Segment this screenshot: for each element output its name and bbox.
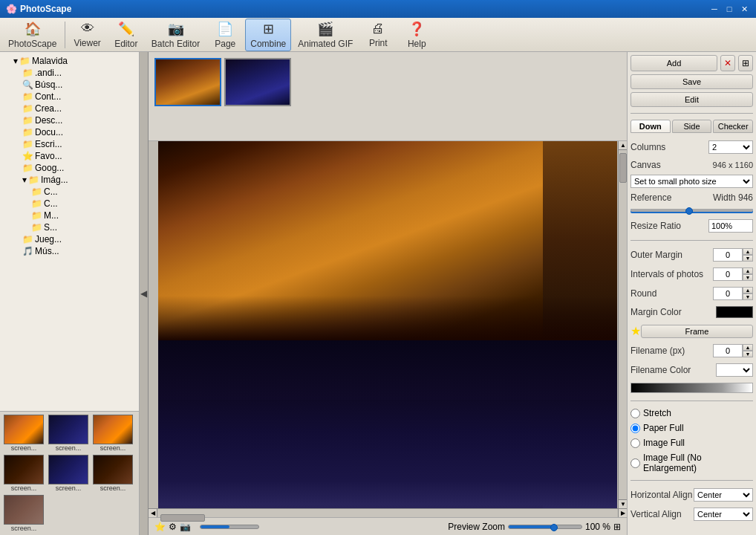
preview-scroll[interactable]: [149, 141, 627, 508]
scrollbar-hthumb[interactable]: [160, 514, 205, 522]
margin-color-picker[interactable]: [716, 306, 753, 318]
minimize-button[interactable]: ─: [708, 4, 720, 14]
add-button[interactable]: Add: [630, 55, 717, 71]
add-x-button[interactable]: ✕: [720, 55, 735, 71]
tree-item-busq[interactable]: 🔍 Búsq...: [0, 79, 139, 91]
outer-margin-down[interactable]: ▼: [743, 255, 753, 262]
thumb-item-5[interactable]: screen...: [92, 455, 134, 492]
frame-button[interactable]: Frame: [641, 325, 753, 338]
filename-px-up[interactable]: ▲: [743, 344, 753, 351]
intervals-up[interactable]: ▲: [743, 268, 753, 274]
status-icon-camera[interactable]: 📷: [180, 522, 191, 532]
tree-item-malavida[interactable]: ▾ 📁 Malavida: [0, 55, 139, 67]
preview-image: [158, 141, 617, 508]
intervals-input[interactable]: [713, 268, 743, 281]
tree-item-cont[interactable]: 📁 Cont...: [0, 91, 139, 103]
vertical-align-label: Vertical Align: [630, 509, 682, 519]
save-button[interactable]: Save: [630, 74, 753, 89]
tree-item-docu[interactable]: 📁 Docu...: [0, 126, 139, 138]
outer-margin-up[interactable]: ▲: [743, 248, 753, 255]
filename-color-bar[interactable]: [630, 383, 753, 393]
toolbar-combine[interactable]: ⊞ Combine: [245, 19, 291, 51]
add-grid-button[interactable]: ⊞: [738, 55, 753, 71]
filename-px-down[interactable]: ▼: [743, 351, 753, 357]
thumb-item-3[interactable]: screen...: [3, 455, 45, 492]
tree-item-crea[interactable]: 📁 Crea...: [0, 103, 139, 114]
round-down[interactable]: ▼: [743, 294, 753, 300]
close-button[interactable]: ✕: [738, 4, 750, 14]
tree-item-andi[interactable]: 📁 .andi...: [0, 67, 139, 79]
filename-px-input[interactable]: [713, 344, 743, 357]
toolbar-photoscape[interactable]: 🏠 PhotoScape: [3, 19, 62, 51]
home-icon: 🏠: [25, 21, 41, 37]
tree-item-goog[interactable]: 📁 Goog...: [0, 162, 139, 174]
toolbar-gif[interactable]: 🎬 Animated GIF: [293, 19, 358, 51]
toolbar-viewer[interactable]: 👁 Viewer: [68, 19, 105, 51]
tree-item-m[interactable]: 📁 M...: [0, 210, 139, 221]
intervals-down[interactable]: ▼: [743, 274, 753, 281]
strip-thumb-1[interactable]: [224, 58, 291, 106]
edit-button[interactable]: Edit: [630, 92, 753, 107]
tree-item-desc[interactable]: 📁 Desc...: [0, 114, 139, 126]
image-full-radio[interactable]: [630, 438, 640, 448]
tree-item-jueg[interactable]: 📁 Jueg...: [0, 233, 139, 245]
status-icon-star[interactable]: ⭐: [154, 522, 166, 532]
tree-label: Desc...: [35, 115, 62, 126]
toolbar-page[interactable]: 📄 Page: [206, 19, 244, 51]
zoom-slider[interactable]: [508, 525, 582, 529]
maximize-button[interactable]: □: [723, 4, 735, 14]
app-title: 🌸 PhotoScape: [6, 4, 71, 14]
canvas-row: Canvas 946 x 1160: [630, 160, 753, 170]
tab-checker[interactable]: Checker: [713, 120, 753, 133]
thumb-item-1[interactable]: screen...: [48, 415, 89, 452]
resize-ratio-input[interactable]: [708, 219, 753, 233]
thumb-item-4[interactable]: screen...: [48, 455, 89, 492]
zoom-thumb[interactable]: [550, 524, 558, 531]
tree-item-c1[interactable]: 📁 C...: [0, 186, 139, 198]
thumb-item-2[interactable]: screen...: [92, 415, 134, 452]
columns-dropdown[interactable]: 2 1 3 4: [708, 140, 753, 154]
scrollbar-right-button[interactable]: ▶: [618, 509, 627, 518]
preview-zoom-label: Preview Zoom: [448, 522, 505, 532]
horizontal-align-dropdown[interactable]: Center Left Right: [694, 488, 753, 502]
horizontal-scrollbar[interactable]: ◀ ▶: [149, 508, 627, 517]
collapse-chevron-icon: ◀: [140, 288, 147, 299]
status-slider[interactable]: [200, 525, 259, 529]
tree-label: Cont...: [35, 91, 61, 102]
toolbar-print[interactable]: 🖨 Print: [359, 19, 397, 51]
star-button[interactable]: ★: [630, 324, 641, 338]
vertical-align-dropdown[interactable]: Center Top Bottom: [694, 508, 753, 521]
width-slider-thumb[interactable]: [685, 207, 693, 215]
tab-side[interactable]: Side: [672, 120, 712, 133]
scrollbar-up-button[interactable]: ▲: [619, 141, 627, 150]
status-icon-settings[interactable]: ⚙: [169, 522, 177, 532]
thumb-item-0[interactable]: screen...: [3, 415, 45, 452]
scrollbar-left-button[interactable]: ◀: [149, 509, 157, 518]
tree-item-c2[interactable]: 📁 C...: [0, 198, 139, 210]
size-preset-dropdown[interactable]: Set to small photo size: [630, 175, 753, 188]
tab-down[interactable]: Down: [630, 120, 671, 133]
zoom-fit-icon[interactable]: ⊞: [613, 522, 621, 532]
image-full-no-enlarge-radio[interactable]: [630, 458, 640, 468]
collapse-panel-button[interactable]: ◀: [140, 52, 149, 535]
strip-thumb-0[interactable]: [154, 58, 221, 106]
tree-item-mus[interactable]: 🎵 Mús...: [0, 245, 139, 257]
toolbar-help[interactable]: ❓ Help: [398, 19, 435, 51]
filename-color-dropdown[interactable]: [716, 363, 753, 377]
scrollbar-down-button[interactable]: ▼: [619, 499, 627, 508]
round-input[interactable]: [713, 287, 743, 300]
vertical-scrollbar[interactable]: ▲ ▼: [618, 141, 627, 508]
paper-full-radio[interactable]: [630, 424, 640, 433]
tree-item-s[interactable]: 📁 S...: [0, 221, 139, 233]
toolbar-editor[interactable]: ✏️ Editor: [108, 19, 145, 51]
outer-margin-input[interactable]: [713, 248, 743, 262]
tree-item-imag[interactable]: ▾ 📁 Imág...: [0, 174, 139, 186]
scrollbar-thumb[interactable]: [619, 153, 627, 183]
tree-item-escri[interactable]: 📁 Escri...: [0, 138, 139, 150]
width-slider[interactable]: [630, 209, 753, 213]
tree-item-favo[interactable]: ⭐ Favo...: [0, 150, 139, 162]
thumb-item-6[interactable]: screen...: [3, 495, 45, 532]
round-up[interactable]: ▲: [743, 287, 753, 294]
stretch-radio[interactable]: [630, 409, 640, 418]
toolbar-batch[interactable]: 📷 Batch Editor: [146, 19, 205, 51]
